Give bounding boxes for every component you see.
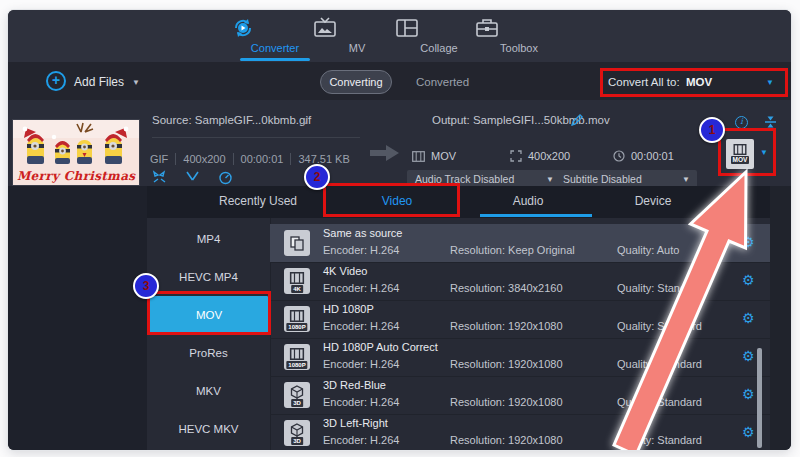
source-duration: 00:00:01	[234, 153, 292, 165]
tab-converter[interactable]: Converter	[230, 16, 320, 54]
output-format: MOV	[412, 150, 456, 162]
format-panel-header: Recently Used Video Audio Device	[147, 186, 770, 218]
cube-3d-icon: 3D	[284, 420, 310, 446]
compress-gauge-icon[interactable]	[218, 170, 233, 185]
add-files-plus-icon[interactable]: +	[46, 71, 66, 91]
app-window: Converter MV Collage	[8, 10, 791, 450]
source-size: 347.51 KB	[291, 153, 356, 165]
panel-tab-video[interactable]: Video	[337, 194, 457, 208]
gear-icon[interactable]: ⚙	[742, 423, 755, 441]
thumbnail-caption: Merry Christmas	[17, 169, 136, 183]
format-row-hd-1080p-auto-correct[interactable]: 1080P HD 1080P Auto Correct Encoder: H.2…	[270, 338, 770, 377]
sidebar-item-prores[interactable]: ProRes	[147, 334, 270, 372]
clock-icon	[613, 150, 625, 162]
tab-toolbox[interactable]: Toolbox	[474, 16, 564, 54]
divider	[152, 137, 360, 138]
rename-pencil-icon[interactable]	[570, 113, 584, 127]
scrollbar-thumb[interactable]	[757, 348, 762, 448]
compress-icon[interactable]	[764, 115, 777, 129]
converted-tab[interactable]: Converted	[416, 76, 469, 88]
source-filename: Source: SampleGIF...0kbmb.gif	[152, 114, 311, 126]
tab-mv[interactable]: MV	[312, 16, 402, 54]
format-row-same-as-source[interactable]: Same as source Encoder: H.264 Resolution…	[270, 224, 770, 263]
edit-icon[interactable]	[152, 170, 167, 185]
source-meta: GIF400x20000:00:01347.51 KB	[150, 153, 357, 165]
gear-icon[interactable]: ⚙	[742, 347, 755, 365]
file-thumbnail: Merry Christmas	[12, 119, 140, 186]
film-icon: 1080P	[284, 306, 310, 332]
format-button-caret-icon[interactable]: ▼	[760, 148, 768, 157]
converting-tab[interactable]: Converting	[320, 70, 392, 94]
toolbox-briefcase-icon	[474, 16, 564, 40]
copy-icon	[284, 230, 310, 256]
cut-icon[interactable]	[185, 170, 200, 185]
tab-label: Collage	[394, 42, 484, 54]
annotation-step-1: 1	[699, 117, 725, 143]
sidebar-item-hevc-mkv[interactable]: HEVC MKV	[147, 410, 270, 448]
active-panel-tab-underline	[480, 214, 592, 217]
format-button-label: MOV	[731, 156, 750, 164]
collage-grid-icon	[394, 16, 484, 40]
sidebar-item-mov[interactable]: MOV	[150, 296, 268, 334]
source-resolution: 400x200	[176, 153, 233, 165]
add-files-button[interactable]: Add Files	[74, 75, 124, 89]
annotation-step-3: 3	[133, 273, 159, 299]
annotation-step-2: 2	[304, 164, 330, 190]
film-icon	[412, 151, 425, 162]
output-info-icon[interactable]: i	[735, 116, 748, 129]
film-icon	[733, 144, 747, 155]
convert-all-to-value[interactable]: MOV	[686, 76, 712, 88]
sidebar-item-hevc-mp4[interactable]: HEVC MP4	[147, 258, 270, 296]
gear-icon[interactable]: ⚙	[742, 309, 755, 327]
film-icon: 4K	[284, 268, 310, 294]
gear-icon[interactable]: ⚙	[742, 271, 755, 289]
output-duration: 00:00:01	[613, 150, 674, 162]
film-icon: 1080P	[284, 344, 310, 370]
output-resolution: 400x200	[510, 150, 570, 162]
format-row-3d-red-blue[interactable]: 3D 3D Red-Blue Encoder: H.264 Resolution…	[270, 376, 770, 415]
source-format: GIF	[150, 153, 176, 165]
tab-collage[interactable]: Collage	[394, 16, 484, 54]
tab-label: Converter	[230, 42, 320, 54]
format-row-3d-left-right[interactable]: 3D 3D Left-Right Encoder: H.264 Resoluti…	[270, 414, 770, 450]
active-tab-underline	[240, 58, 310, 61]
tab-label: MV	[312, 42, 402, 54]
format-row-hd-1080p[interactable]: 1080P HD 1080P Encoder: H.264 Resolution…	[270, 300, 770, 339]
format-row-4k-video[interactable]: 4K 4K Video Encoder: H.264 Resolution: 3…	[270, 262, 770, 301]
panel-tab-device[interactable]: Device	[593, 194, 713, 208]
add-files-caret-icon[interactable]: ▼	[132, 78, 140, 87]
top-navigation: Converter MV Collage	[8, 10, 791, 63]
convert-all-caret-icon[interactable]: ▼	[766, 78, 774, 87]
tab-label: Toolbox	[474, 42, 564, 54]
source-info-icon[interactable]: i	[300, 115, 311, 126]
resize-icon	[510, 150, 522, 162]
gear-icon[interactable]: ⚙	[742, 385, 755, 403]
converter-icon	[230, 16, 320, 40]
cube-3d-icon: 3D	[284, 382, 310, 408]
convert-all-to-label: Convert All to:	[608, 76, 680, 88]
sidebar-item-mkv[interactable]: MKV	[147, 372, 270, 410]
transfer-arrow-icon	[370, 143, 400, 163]
panel-tab-recently-used[interactable]: Recently Used	[198, 194, 318, 208]
right-background	[770, 186, 791, 450]
panel-tab-audio[interactable]: Audio	[468, 194, 588, 208]
gear-icon[interactable]: ⚙	[742, 233, 755, 251]
output-format-button[interactable]: MOV	[726, 139, 754, 169]
mv-tv-icon	[312, 16, 402, 40]
file-tool-icons	[152, 170, 233, 185]
file-list-background	[8, 186, 147, 450]
sidebar-item-mp4[interactable]: MP4	[147, 220, 270, 258]
